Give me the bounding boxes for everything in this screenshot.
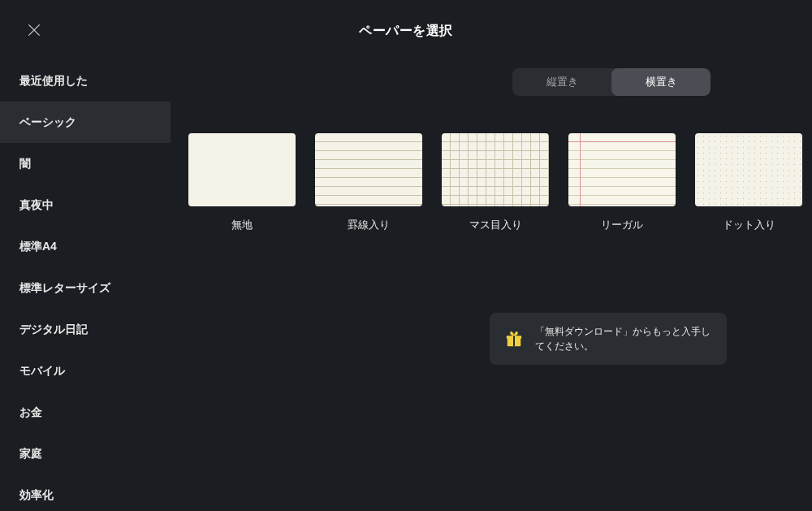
sidebar-item-money[interactable]: お金 [0, 392, 171, 433]
gift-icon [504, 329, 524, 349]
sidebar-item-label: ベーシック [19, 115, 76, 130]
svg-rect-4 [513, 336, 515, 346]
sidebar-item-dark[interactable]: 闇 [0, 143, 171, 184]
template-label: 無地 [231, 218, 253, 232]
template-preview-blank [188, 133, 296, 206]
sidebar-item-label: 最近使用した [19, 74, 88, 89]
template-dot[interactable]: ドット入り [695, 133, 802, 232]
template-label: マス目入り [469, 218, 522, 232]
content: 縦置き 横置き 無地 罫線入り マス目入り リーガル [171, 49, 812, 511]
sidebar-item-label: お金 [19, 405, 42, 420]
sidebar-item-productivity[interactable]: 効率化 [0, 474, 171, 511]
sidebar-item-recent[interactable]: 最近使用した [0, 60, 171, 102]
page-title: ペーパーを選択 [359, 23, 453, 40]
sidebar-item-label: 家庭 [19, 447, 42, 461]
orientation-toggle: 縦置き 横置き [512, 68, 710, 96]
download-card[interactable]: 「無料ダウンロード」からもっと入手してください。 [490, 313, 727, 365]
sidebar-item-midnight[interactable]: 真夜中 [0, 184, 171, 226]
template-preview-lined [315, 133, 422, 206]
template-legal[interactable]: リーガル [568, 133, 676, 232]
template-preview-legal [568, 133, 676, 206]
orientation-landscape[interactable]: 横置き [611, 68, 710, 96]
sidebar-item-mobile[interactable]: モバイル [0, 350, 171, 392]
orientation-portrait[interactable]: 縦置き [512, 68, 611, 96]
main: 最近使用した ベーシック 闇 真夜中 標準A4 標準レターサイズ デジタル日記 … [0, 49, 812, 511]
orientation-label: 横置き [646, 75, 677, 89]
sidebar-item-label: 効率化 [19, 488, 54, 503]
template-lined[interactable]: 罫線入り [315, 133, 422, 232]
template-label: ドット入り [723, 218, 775, 232]
template-grid[interactable]: マス目入り [442, 133, 549, 232]
sidebar-item-label: 標準A4 [19, 240, 57, 254]
template-label: 罫線入り [348, 218, 390, 232]
sidebar-item-letter[interactable]: 標準レターサイズ [0, 267, 171, 309]
template-preview-dot [695, 133, 802, 206]
header: ペーパーを選択 [0, 0, 812, 49]
sidebar-item-label: 真夜中 [19, 198, 54, 213]
template-blank[interactable]: 無地 [188, 133, 296, 232]
sidebar-item-label: モバイル [19, 364, 65, 379]
sidebar-item-label: 標準レターサイズ [19, 281, 110, 296]
sidebar-item-label: デジタル日記 [19, 323, 88, 337]
close-button[interactable] [24, 20, 44, 40]
close-icon [26, 22, 42, 38]
sidebar: 最近使用した ベーシック 闇 真夜中 標準A4 標準レターサイズ デジタル日記 … [0, 49, 171, 511]
templates-grid: 無地 罫線入り マス目入り リーガル ドット入り [182, 133, 812, 232]
sidebar-item-basic[interactable]: ベーシック [0, 102, 171, 143]
orientation-label: 縦置き [546, 75, 578, 89]
template-label: リーガル [601, 218, 643, 232]
template-preview-grid [442, 133, 549, 206]
sidebar-item-family[interactable]: 家庭 [0, 433, 171, 474]
sidebar-item-diary[interactable]: デジタル日記 [0, 309, 171, 350]
sidebar-item-label: 闇 [19, 157, 31, 171]
download-text: 「無料ダウンロード」からもっと入手してください。 [535, 324, 712, 353]
sidebar-item-a4[interactable]: 標準A4 [0, 226, 171, 267]
